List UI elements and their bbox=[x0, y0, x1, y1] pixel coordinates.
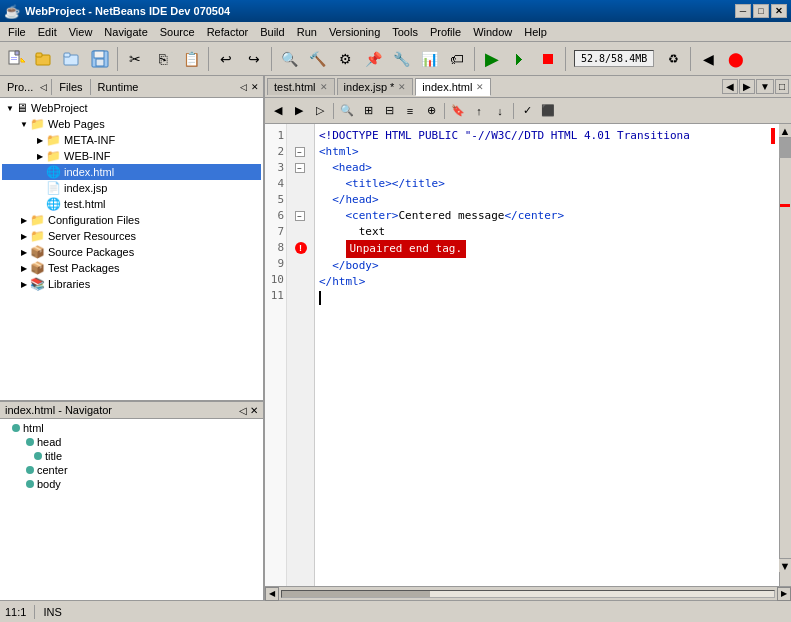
gutter-2[interactable]: − bbox=[287, 144, 314, 160]
h-scrollbar[interactable]: ◀ ▶ bbox=[265, 586, 791, 600]
code-line-8[interactable]: Unpaired end tag. bbox=[319, 240, 775, 258]
expand-arrow-serverres[interactable]: ▶ bbox=[18, 232, 30, 241]
hscroll-right-button[interactable]: ▶ bbox=[777, 587, 791, 601]
etb-forward-button[interactable]: ▶ bbox=[289, 101, 309, 121]
hscroll-thumb[interactable] bbox=[282, 591, 430, 597]
tool3-button[interactable]: ⚙ bbox=[332, 46, 358, 72]
tab-files[interactable]: Files bbox=[54, 79, 87, 95]
etb-find2-button[interactable]: 🔍 bbox=[337, 101, 357, 121]
code-line-10[interactable]: </html> bbox=[319, 274, 775, 290]
gc-button[interactable]: ♻ bbox=[660, 46, 686, 72]
tab-testhtml-close[interactable]: ✕ bbox=[320, 82, 328, 92]
close-button[interactable]: ✕ bbox=[771, 4, 787, 18]
hscroll-track[interactable] bbox=[281, 590, 775, 598]
tree-item-webpages[interactable]: ▼ 📁 Web Pages bbox=[2, 116, 261, 132]
code-editor[interactable]: 1 2 3 4 5 6 7 8 9 10 11 − − bbox=[265, 124, 791, 586]
tab-indexjsp[interactable]: index.jsp * ✕ bbox=[337, 78, 414, 95]
code-line-9[interactable]: </body> bbox=[319, 258, 775, 274]
navigator-close-icon[interactable]: ✕ bbox=[250, 405, 258, 416]
scroll-thumb[interactable] bbox=[779, 138, 791, 158]
collapse-left-button[interactable]: ◁ bbox=[38, 82, 49, 92]
undo-button[interactable]: ↩ bbox=[213, 46, 239, 72]
tree-item-metainf[interactable]: ▶ 📁 META-INF bbox=[2, 132, 261, 148]
menu-build[interactable]: Build bbox=[254, 25, 290, 39]
tool2-button[interactable]: 🔨 bbox=[304, 46, 330, 72]
minimize-button[interactable]: ─ bbox=[735, 4, 751, 18]
tab-projects[interactable]: Pro... bbox=[2, 79, 38, 95]
etb-next-button[interactable]: ▷ bbox=[310, 101, 330, 121]
code-line-2[interactable]: <html> bbox=[319, 144, 775, 160]
etb-toggle4-button[interactable]: ⊕ bbox=[421, 101, 441, 121]
menu-help[interactable]: Help bbox=[518, 25, 553, 39]
tree-item-webinf[interactable]: ▶ 📁 WEB-INF bbox=[2, 148, 261, 164]
tree-item-libraries[interactable]: ▶ 📚 Libraries bbox=[2, 276, 261, 292]
debug-button[interactable]: ⏵ bbox=[507, 46, 533, 72]
fold-btn-6[interactable]: − bbox=[295, 211, 305, 221]
tab-maximize-button[interactable]: □ bbox=[775, 79, 789, 94]
etb-diff-button[interactable]: ⬛ bbox=[538, 101, 558, 121]
nav-item-center[interactable]: center bbox=[2, 463, 261, 477]
menu-navigate[interactable]: Navigate bbox=[98, 25, 153, 39]
tab-runtime[interactable]: Runtime bbox=[93, 79, 144, 95]
tree-item-serverres[interactable]: ▶ 📁 Server Resources bbox=[2, 228, 261, 244]
tree-item-indexhtml[interactable]: 🌐 index.html bbox=[2, 164, 261, 180]
etb-bookmark-button[interactable]: 🔖 bbox=[448, 101, 468, 121]
code-line-3[interactable]: <head> bbox=[319, 160, 775, 176]
scroll-up-button[interactable]: ▲ bbox=[779, 124, 791, 138]
menu-run[interactable]: Run bbox=[291, 25, 323, 39]
menu-profile[interactable]: Profile bbox=[424, 25, 467, 39]
menu-versioning[interactable]: Versioning bbox=[323, 25, 386, 39]
maximize-button[interactable]: □ bbox=[753, 4, 769, 18]
tree-item-webproject[interactable]: ▼ 🖥 WebProject bbox=[2, 100, 261, 116]
editor-scrollbar[interactable]: ▲ ▼ bbox=[779, 124, 791, 586]
tree-item-configfiles[interactable]: ▶ 📁 Configuration Files bbox=[2, 212, 261, 228]
hscroll-left-button[interactable]: ◀ bbox=[265, 587, 279, 601]
tree-item-indexjsp[interactable]: 📄 index.jsp bbox=[2, 180, 261, 196]
open-file-button[interactable] bbox=[59, 46, 85, 72]
code-line-5[interactable]: </head> bbox=[319, 192, 775, 208]
find-button[interactable]: 🔍 bbox=[276, 46, 302, 72]
save-file-button[interactable] bbox=[87, 46, 113, 72]
navigator-collapse-icon[interactable]: ◁ bbox=[239, 405, 247, 416]
gutter-3[interactable]: − bbox=[287, 160, 314, 176]
nav-item-title[interactable]: title bbox=[2, 449, 261, 463]
etb-back-button[interactable]: ◀ bbox=[268, 101, 288, 121]
expand-arrow-testpkg[interactable]: ▶ bbox=[18, 264, 30, 273]
tab-indexhtml[interactable]: index.html ✕ bbox=[415, 78, 491, 96]
nav-icon-left[interactable]: ◁ bbox=[238, 82, 249, 92]
code-line-6[interactable]: <center>Centered message</center> bbox=[319, 208, 775, 224]
etb-toggle2-button[interactable]: ⊟ bbox=[379, 101, 399, 121]
code-line-4[interactable]: <title></title> bbox=[319, 176, 775, 192]
stop-nav-button[interactable]: ⬤ bbox=[723, 46, 749, 72]
copy-button[interactable]: ⎘ bbox=[150, 46, 176, 72]
tool6-button[interactable]: 📊 bbox=[416, 46, 442, 72]
fold-btn-2[interactable]: − bbox=[295, 147, 305, 157]
scroll-down-button[interactable]: ▼ bbox=[779, 558, 791, 572]
menu-view[interactable]: View bbox=[63, 25, 99, 39]
code-line-7[interactable]: text bbox=[319, 224, 775, 240]
project-tree[interactable]: ▼ 🖥 WebProject ▼ 📁 Web Pages ▶ 📁 META-IN… bbox=[0, 98, 263, 400]
menu-refactor[interactable]: Refactor bbox=[201, 25, 255, 39]
menu-tools[interactable]: Tools bbox=[386, 25, 424, 39]
etb-toggle1-button[interactable]: ⊞ bbox=[358, 101, 378, 121]
menu-file[interactable]: File bbox=[2, 25, 32, 39]
paste-button[interactable]: 📋 bbox=[178, 46, 204, 72]
redo-button[interactable]: ↪ bbox=[241, 46, 267, 72]
menu-edit[interactable]: Edit bbox=[32, 25, 63, 39]
menu-window[interactable]: Window bbox=[467, 25, 518, 39]
tree-item-sourcepkg[interactable]: ▶ 📦 Source Packages bbox=[2, 244, 261, 260]
expand-arrow-sourcepkg[interactable]: ▶ bbox=[18, 248, 30, 257]
etb-task-button[interactable]: ✓ bbox=[517, 101, 537, 121]
code-line-1[interactable]: <!DOCTYPE HTML PUBLIC "-//W3C//DTD HTML … bbox=[319, 128, 775, 144]
code-content[interactable]: <!DOCTYPE HTML PUBLIC "-//W3C//DTD HTML … bbox=[315, 124, 779, 586]
tab-testhtml[interactable]: test.html ✕ bbox=[267, 78, 335, 95]
tab-indexhtml-close[interactable]: ✕ bbox=[476, 82, 484, 92]
etb-next-mark-button[interactable]: ↓ bbox=[490, 101, 510, 121]
expand-arrow-libraries[interactable]: ▶ bbox=[18, 280, 30, 289]
etb-toggle3-button[interactable]: ≡ bbox=[400, 101, 420, 121]
etb-prev-mark-button[interactable]: ↑ bbox=[469, 101, 489, 121]
nav-item-html[interactable]: html bbox=[2, 421, 261, 435]
stop-button[interactable]: ⏹ bbox=[535, 46, 561, 72]
tab-dropdown-button[interactable]: ▼ bbox=[756, 79, 774, 94]
tree-item-testhtml[interactable]: 🌐 test.html bbox=[2, 196, 261, 212]
